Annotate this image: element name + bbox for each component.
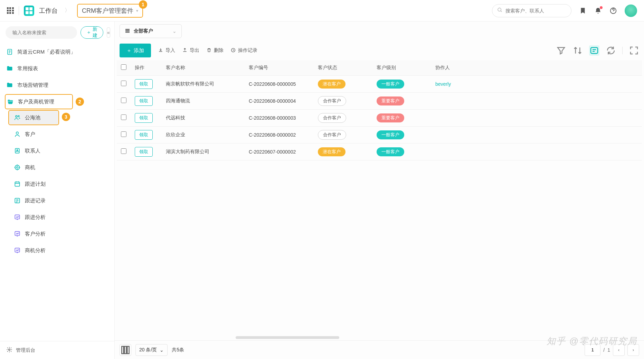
- column-settings-button[interactable]: [120, 344, 131, 356]
- sort-button[interactable]: [572, 45, 583, 56]
- header-collaborator[interactable]: 协作人: [431, 60, 642, 75]
- download-icon: [158, 47, 163, 54]
- sidebar-item-contact[interactable]: 联系人: [0, 142, 114, 159]
- header-status[interactable]: 客户状态: [314, 60, 372, 75]
- horizontal-scrollbar-thumb[interactable]: [236, 336, 339, 339]
- total-pages: 1: [607, 347, 610, 353]
- table-row[interactable]: 领取 欣欣企业 C-20220608-0000002 合作客户 一般客户: [117, 126, 642, 143]
- chart-icon: [14, 247, 21, 254]
- plus-icon: ＋: [126, 47, 132, 54]
- claim-button[interactable]: 领取: [135, 147, 153, 157]
- cell-code: C-20220607-0000002: [245, 143, 314, 160]
- crm-app-dropdown[interactable]: CRM客户管理套件 ▾ 1: [77, 4, 143, 18]
- row-checkbox[interactable]: [121, 98, 126, 103]
- row-checkbox[interactable]: [121, 114, 126, 120]
- sidebar-item-label: 商机: [25, 164, 35, 171]
- sidebar-item-crm-doc[interactable]: 简道云CRM「必看说明」: [0, 44, 114, 60]
- sidebar-item-followup-plan[interactable]: 跟进计划: [0, 176, 114, 192]
- cell-name: 代远科技: [162, 109, 245, 126]
- table-row[interactable]: 领取 代远科技 C-20220608-0000003 合作客户 重要客户: [117, 109, 642, 126]
- row-checkbox[interactable]: [121, 148, 126, 154]
- claim-button[interactable]: 领取: [135, 113, 153, 123]
- level-tag: 一般客户: [377, 147, 404, 156]
- sidebar-item-customer-mgmt[interactable]: 客户及商机管理 2: [5, 94, 73, 109]
- target-icon: [14, 164, 21, 171]
- sidebar-item-label: 跟进记录: [25, 197, 46, 204]
- claim-button[interactable]: 领取: [135, 96, 153, 106]
- sidebar-item-followup-record[interactable]: 跟进记录: [0, 192, 114, 209]
- caret-down-icon: ▾: [136, 8, 138, 13]
- filter-button[interactable]: [556, 45, 566, 56]
- sidebar-item-public-pool[interactable]: 公海池 3: [8, 110, 59, 125]
- apps-grid-icon[interactable]: [7, 7, 14, 14]
- history-button[interactable]: 操作记录: [230, 47, 257, 54]
- bookmark-icon[interactable]: [579, 7, 587, 15]
- sidebar-item-followup-analysis[interactable]: 跟进分析: [0, 209, 114, 225]
- collaborator-link[interactable]: beverly: [435, 81, 451, 87]
- workspace-title[interactable]: 工作台: [39, 7, 58, 15]
- toolbar-right: [556, 45, 639, 56]
- sidebar-item-opportunity[interactable]: 商机: [0, 159, 114, 176]
- page-size-label: 20 条/页: [139, 347, 157, 353]
- page-input[interactable]: [585, 344, 600, 356]
- user-avatar[interactable]: [625, 4, 637, 17]
- claim-button[interactable]: 领取: [135, 79, 153, 89]
- global-search[interactable]: [492, 4, 571, 17]
- add-button[interactable]: ＋ 添加: [120, 44, 151, 57]
- cell-code: C-20220608-0000005: [245, 75, 314, 92]
- select-all-checkbox[interactable]: [121, 64, 126, 70]
- sidebar-item-reports[interactable]: 常用报表: [0, 60, 114, 77]
- app-logo-icon[interactable]: [24, 6, 34, 16]
- export-button[interactable]: 导出: [182, 47, 199, 54]
- table-row[interactable]: 领取 南京帆软软件有限公司 C-20220608-0000005 潜在客户 一般…: [117, 75, 642, 92]
- import-button[interactable]: 导入: [158, 47, 175, 54]
- header-checkbox[interactable]: [117, 60, 131, 75]
- level-tag: 重要客户: [377, 113, 404, 122]
- claim-button[interactable]: 领取: [135, 130, 153, 140]
- prev-page-button[interactable]: ‹: [613, 344, 625, 356]
- global-search-input[interactable]: [505, 8, 566, 13]
- header-name[interactable]: 客户名称: [162, 60, 245, 75]
- sidebar-item-marketing[interactable]: 市场营销管理: [0, 77, 114, 93]
- row-checkbox[interactable]: [121, 81, 126, 86]
- header-code[interactable]: 客户编号: [245, 60, 314, 75]
- sidebar-item-label: 客户及商机管理: [18, 99, 54, 105]
- sidebar-item-customer-analysis[interactable]: 客户分析: [0, 225, 114, 242]
- add-label: 添加: [134, 47, 144, 54]
- cell-name: 南京帆软软件有限公司: [162, 75, 245, 92]
- header-level[interactable]: 客户级别: [372, 60, 431, 75]
- svg-point-11: [16, 132, 19, 134]
- annotation-badge-3: 3: [62, 113, 70, 121]
- view-selector[interactable]: 全部客户 ⌄: [120, 24, 182, 38]
- help-icon[interactable]: [609, 7, 617, 15]
- row-checkbox[interactable]: [121, 131, 126, 137]
- refresh-button[interactable]: [606, 45, 616, 56]
- table-row[interactable]: 领取 湖滨大制药有限公司 C-20220607-0000002 潜在客户 一般客…: [117, 143, 642, 160]
- sidebar-item-label: 跟进计划: [25, 181, 46, 187]
- sidebar-item-customer[interactable]: 客户: [0, 126, 114, 142]
- upload-icon: [182, 47, 188, 54]
- import-label: 导入: [165, 47, 175, 54]
- history-label: 操作记录: [238, 47, 257, 54]
- sidebar-footer-admin[interactable]: 管理后台: [0, 341, 114, 359]
- notification-bell-icon[interactable]: [594, 7, 602, 15]
- sidebar-search-input[interactable]: [12, 30, 73, 35]
- sidebar-search[interactable]: [6, 26, 77, 39]
- next-page-button[interactable]: ›: [627, 344, 639, 356]
- new-button[interactable]: ＋ 新建: [80, 26, 103, 39]
- top-nav: 工作台 〉 CRM客户管理套件 ▾ 1: [0, 0, 644, 21]
- delete-button[interactable]: 删除: [206, 47, 224, 54]
- fullscreen-button[interactable]: [629, 45, 639, 56]
- total-count-label: 共5条: [172, 347, 184, 353]
- card-view-button[interactable]: [589, 45, 599, 56]
- list-icon: [14, 197, 21, 204]
- page-sep: /: [603, 347, 605, 353]
- svg-rect-36: [125, 30, 130, 31]
- table-row[interactable]: 领取 四海通物流 C-20220608-0000004 合作客户 重要客户: [117, 92, 642, 109]
- content-header: 全部客户 ⌄: [115, 21, 644, 41]
- sidebar-collapse-button[interactable]: «: [107, 27, 110, 38]
- sidebar-item-opportunity-analysis[interactable]: 商机分析: [0, 242, 114, 259]
- svg-rect-20: [15, 182, 19, 186]
- page-size-select[interactable]: 20 条/页 ⌄: [135, 344, 168, 356]
- table-icon: [125, 28, 130, 35]
